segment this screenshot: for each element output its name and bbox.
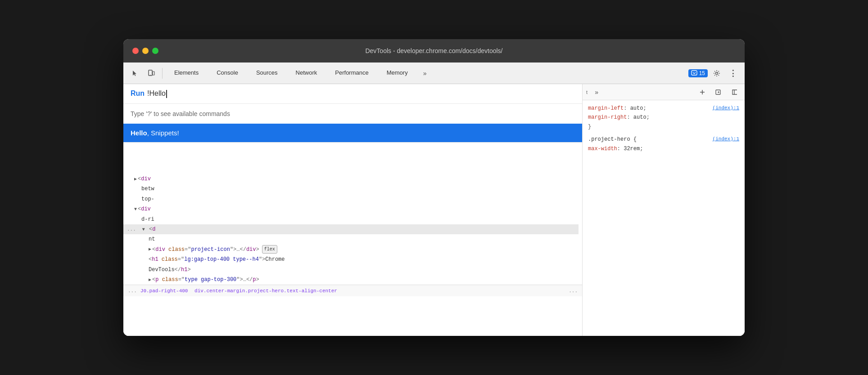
run-label: Run	[131, 89, 145, 98]
main-content: Run !Hello Type '?' to see available com…	[123, 84, 745, 336]
tab-network[interactable]: Network	[288, 62, 326, 84]
maximize-button[interactable]	[152, 48, 158, 54]
svg-rect-0	[149, 70, 152, 76]
dom-row: ▶ <p class="type gap-top-300">…</p>	[127, 275, 579, 285]
css-block-1: (index):1 margin-left: auto; margin-righ…	[588, 104, 739, 131]
add-style-rule-button[interactable]	[696, 86, 709, 98]
title-bar: DevTools - developer.chrome.com/docs/dev…	[123, 39, 745, 62]
more-styles-icon[interactable]: »	[590, 86, 603, 98]
cursor-icon[interactable]	[128, 66, 142, 80]
toggle-classes-icon[interactable]	[728, 86, 741, 98]
more-options-icon[interactable]: ⋮	[726, 66, 740, 80]
command-hint: Type '?' to see available commands	[123, 104, 582, 124]
left-panel: Run !Hello Type '?' to see available com…	[123, 84, 583, 336]
command-input-row[interactable]: Run !Hello	[123, 84, 582, 104]
right-icons	[696, 86, 741, 98]
dom-row: DevTools</h1>	[127, 265, 579, 275]
text-cursor	[166, 90, 167, 98]
breadcrumb-end-dots: ...	[569, 288, 578, 294]
source-link-1[interactable]: (index):1	[713, 104, 739, 112]
dom-row: ▶ <div class="project-icon" >…</div> fle…	[127, 245, 579, 254]
command-overlay: Run !Hello Type '?' to see available com…	[123, 84, 582, 143]
css-block-2: (index):1 .project-hero { max-width: 32r…	[588, 135, 739, 153]
minimize-button[interactable]	[142, 48, 149, 54]
dom-row: nt	[127, 234, 579, 244]
traffic-lights	[132, 48, 158, 54]
source-link-2[interactable]: (index):1	[713, 135, 739, 143]
svg-rect-3	[692, 71, 697, 75]
styles-panel-content: (index):1 margin-left: auto; margin-righ…	[583, 100, 745, 336]
styles-label: t	[586, 89, 588, 95]
tab-memory[interactable]: Memory	[379, 62, 416, 84]
command-result[interactable]: Hello , Snippets!	[123, 124, 582, 142]
more-tabs-icon[interactable]: »	[418, 66, 432, 80]
svg-point-4	[716, 72, 718, 74]
command-input-text: !Hello	[147, 89, 167, 98]
dom-row: top-	[127, 194, 579, 204]
tab-performance[interactable]: Performance	[327, 62, 376, 84]
tab-sources[interactable]: Sources	[248, 62, 286, 84]
dom-row: ▶ <div	[127, 174, 579, 184]
tab-console[interactable]: Console	[208, 62, 246, 84]
console-icon	[691, 70, 697, 76]
plus-icon	[699, 89, 706, 96]
toolbar: Elements Console Sources Network Perform…	[123, 62, 745, 84]
dom-row: <h1 class="lg:gap-top-400 type--h4"> Chr…	[127, 254, 579, 264]
new-rule-icon	[715, 89, 722, 96]
right-panel-toolbar: t »	[583, 84, 745, 100]
result-normal-text: , Snippets!	[147, 129, 179, 137]
dom-tree: ▶ <div betw top- ▼ <div d-ri ...	[123, 174, 582, 285]
dom-row: betw	[127, 184, 579, 194]
tab-elements[interactable]: Elements	[166, 62, 207, 84]
svg-point-2	[150, 75, 151, 76]
breadcrumb-start-dots: ...	[128, 288, 137, 294]
devtools-window: DevTools - developer.chrome.com/docs/dev…	[123, 39, 745, 336]
breadcrumb-class2[interactable]: div.center-margin.project-hero.text-alig…	[194, 288, 337, 294]
svg-rect-1	[153, 71, 154, 75]
settings-icon[interactable]	[710, 66, 724, 80]
device-toggle-icon[interactable]	[144, 66, 158, 80]
css-closing-1: }	[588, 122, 739, 131]
result-bold-text: Hello	[131, 129, 147, 137]
dom-row: d-ri	[127, 214, 579, 224]
css-rule-3: max-width: 32rem;	[588, 144, 739, 153]
close-button[interactable]	[132, 48, 139, 54]
breadcrumb-class1[interactable]: J0.pad-right-400	[140, 288, 188, 294]
toolbar-divider	[162, 68, 163, 79]
classes-icon	[731, 89, 738, 96]
right-panel: t »	[583, 84, 745, 336]
dom-row-selected[interactable]: ... ▼ <d	[123, 224, 579, 234]
new-style-rule-icon[interactable]	[712, 86, 725, 98]
dom-row: ▼ <div	[127, 204, 579, 214]
window-title: DevTools - developer.chrome.com/docs/dev…	[365, 47, 502, 54]
css-rule-2: margin-right: auto;	[588, 113, 739, 122]
toolbar-right: 15 ⋮	[688, 66, 740, 80]
breadcrumb-bar: ... J0.pad-right-400 div.center-margin.p…	[123, 285, 582, 296]
console-badge[interactable]: 15	[688, 69, 708, 77]
flex-badge: flex	[262, 245, 277, 254]
